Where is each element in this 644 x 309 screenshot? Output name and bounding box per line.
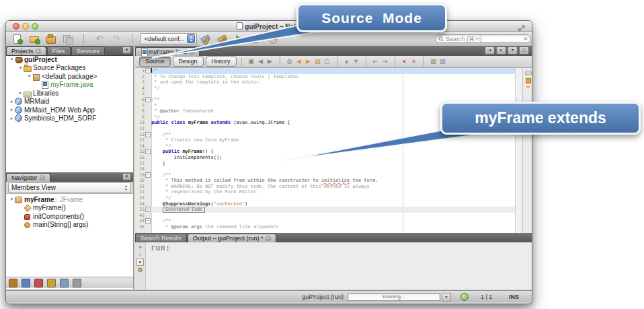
members-view-dropdown[interactable]: Members View ▲▼ — [8, 182, 131, 193]
open-project-icon[interactable] — [45, 34, 57, 44]
scroll-tabs-left-icon[interactable]: ◂ — [485, 46, 495, 55]
back-icon[interactable]: ◀ — [256, 57, 266, 66]
code-editor[interactable]: 1−/*2 * To change this template, choose … — [135, 68, 532, 233]
tree-item[interactable]: ▸MRMaid — [6, 98, 133, 106]
maximize-editor-icon[interactable]: ▢ — [519, 46, 529, 55]
tab-navigator[interactable]: Navigator× — [6, 173, 50, 182]
warning-line-icon[interactable] — [526, 86, 530, 88]
fold-marker-icon[interactable]: − — [145, 172, 151, 178]
rerun-icon[interactable]: » — [138, 244, 142, 250]
new-project-icon[interactable] — [28, 34, 40, 44]
tree-item[interactable]: ▾Source Packages — [6, 64, 133, 73]
clear-search-icon[interactable]: ⊗ — [523, 36, 528, 42]
expand-arrow-icon[interactable]: ▾ — [26, 73, 32, 79]
tree-item[interactable]: ▸MrMaid_HDM Web App — [6, 106, 133, 114]
expand-arrow-icon[interactable]: ▸ — [9, 99, 15, 104]
expand-arrow-icon[interactable]: ▸ — [17, 90, 24, 96]
profile-icon[interactable] — [267, 34, 279, 44]
source-view-button[interactable]: Source — [139, 57, 171, 67]
show-non-public-icon[interactable] — [47, 279, 56, 287]
tree-item[interactable]: ▾<default package> — [6, 72, 133, 81]
scroll-tabs-right-icon[interactable]: ▸ — [496, 46, 506, 55]
expand-arrow-icon[interactable]: ▸ — [9, 116, 15, 121]
expand-panes-icon[interactable] — [518, 25, 525, 32]
tab-projects[interactable]: Projects× — [6, 46, 46, 55]
minimize-panel-icon[interactable]: ▾ — [122, 46, 131, 54]
sort-source-icon[interactable] — [73, 279, 81, 287]
history-view-button[interactable]: History — [206, 57, 237, 67]
undo-icon[interactable]: ↶ — [93, 34, 106, 44]
previous-occurrence-icon[interactable]: ▲ — [342, 57, 352, 66]
rerun-stale-icon[interactable]: » — [138, 251, 142, 258]
tree-item[interactable]: myFrame() — [6, 204, 133, 213]
expand-arrow-icon[interactable]: ▾ — [9, 57, 15, 62]
expand-arrow-icon[interactable]: ▾ — [17, 65, 24, 71]
quick-search-input[interactable]: Search (⌘+I) ⊗ — [435, 34, 531, 43]
minimize-panel-icon[interactable]: ▾ — [122, 173, 131, 180]
code-line: 16 initComponents(); — [135, 155, 532, 161]
show-inherited-icon[interactable] — [9, 279, 17, 287]
error-stripe-status-icon[interactable] — [525, 71, 532, 75]
debug-icon[interactable] — [250, 34, 262, 44]
run-settings-icon[interactable]: ⚙ — [137, 267, 143, 273]
close-tab-icon[interactable]: × — [189, 49, 194, 55]
next-occurrence-icon[interactable]: ▼ — [352, 57, 361, 66]
show-static-icon[interactable] — [34, 279, 43, 287]
tree-item[interactable]: main(String[] args) — [6, 221, 133, 230]
sort-alpha-icon[interactable] — [60, 279, 69, 287]
stop-macro-icon[interactable]: ■ — [409, 57, 419, 66]
projects-tree[interactable]: ▾guiProject▾Source Packages▾<default pac… — [6, 55, 133, 123]
title-bar[interactable]: guiProject – NetB — [6, 21, 532, 32]
design-view-button[interactable]: Design — [173, 57, 204, 67]
expand-arrow-icon[interactable]: ▾ — [9, 197, 15, 202]
tree-item[interactable]: myFrame.java — [6, 81, 133, 90]
find-next-icon[interactable]: ▶ — [304, 57, 313, 66]
comment-icon[interactable]: ▧ — [429, 57, 438, 66]
warning-mark-icon[interactable] — [526, 78, 531, 83]
find-icon[interactable]: ◎ — [285, 57, 294, 66]
uncomment-icon[interactable]: ▨ — [438, 57, 448, 66]
tab-search-results[interactable]: Search Results — [135, 234, 187, 242]
fold-marker-icon[interactable]: − — [145, 97, 151, 103]
tab-list-icon[interactable]: ▾ — [508, 46, 518, 55]
clean-build-icon[interactable] — [216, 34, 229, 44]
fold-marker-icon[interactable]: + — [145, 207, 151, 213]
fold-marker-icon[interactable]: − — [145, 132, 151, 138]
tab-files[interactable]: Files — [47, 46, 71, 55]
tab-output[interactable]: Output – guiProject (run) *× — [188, 234, 276, 242]
record-macro-icon[interactable]: ● — [400, 57, 409, 66]
tab-services[interactable]: Services — [71, 46, 106, 55]
build-icon[interactable] — [200, 34, 212, 44]
fold-marker-icon[interactable]: − — [145, 149, 151, 155]
tree-item[interactable]: ▸Libraries — [6, 89, 133, 98]
navigator-tree[interactable]: ▾myFrame :: JFramemyFrame()initComponent… — [6, 195, 133, 229]
expand-arrow-icon[interactable]: ▸ — [9, 107, 15, 112]
close-tab-icon[interactable]: × — [36, 48, 41, 54]
select-in-icon[interactable]: ◻ — [323, 57, 332, 66]
tree-item[interactable]: initComponents() — [6, 212, 133, 221]
code-text: */ — [151, 85, 532, 92]
configuration-dropdown[interactable]: <default conf... ▲▼ — [140, 33, 197, 44]
tree-item[interactable]: ▾myFrame :: JFrame — [6, 195, 133, 204]
tree-item[interactable]: ▾guiProject — [6, 55, 133, 64]
tree-item[interactable]: ▸Symbiosis_HDM_SORF — [6, 114, 133, 123]
redo-icon[interactable]: ↷ — [110, 34, 122, 44]
show-fields-icon[interactable] — [22, 279, 30, 287]
close-tab-icon[interactable]: × — [266, 236, 271, 241]
highlight-icon[interactable]: ▤ — [313, 57, 323, 66]
close-tab-icon[interactable]: × — [40, 175, 45, 180]
tab-myframe-java[interactable]: myFrame.java × — [135, 47, 200, 56]
fold-marker-icon[interactable]: − — [145, 68, 151, 74]
fold-spacer — [145, 120, 151, 126]
forward-icon[interactable]: ▶ — [266, 57, 275, 66]
save-all-icon[interactable] — [62, 34, 74, 44]
last-edit-icon[interactable]: ▣ — [247, 57, 256, 66]
fold-marker-icon[interactable]: − — [145, 218, 151, 224]
stop-run-icon[interactable]: ■ — [136, 259, 144, 266]
new-file-icon[interactable] — [11, 34, 24, 44]
run-icon[interactable] — [233, 34, 245, 44]
progress-dropdown-icon[interactable]: ▾ — [442, 293, 451, 302]
shift-right-icon[interactable]: ⇥ — [380, 57, 390, 66]
shift-left-icon[interactable]: ⇤ — [371, 57, 380, 66]
find-previous-icon[interactable]: ◀ — [294, 57, 304, 66]
